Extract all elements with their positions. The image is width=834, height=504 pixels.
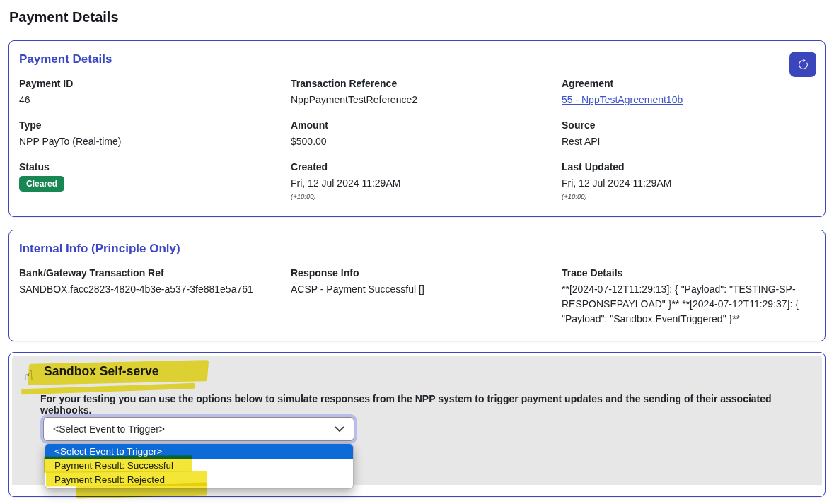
source-label: Source [562,119,815,131]
sandbox-card-title: Sandbox Self-serve [44,364,158,379]
internal-card-title: Internal Info (Principle Only) [19,242,815,256]
dropdown-option-select-event[interactable]: <Select Event to Trigger> [45,444,353,459]
field-transaction-reference: Transaction Reference NppPaymentTestRefe… [291,78,562,107]
field-type: Type NPP PayTo (Real-time) [19,119,291,148]
field-status: Status Cleared [19,161,291,200]
agreement-label: Agreement [562,78,815,89]
payment-id-value: 46 [19,93,291,107]
trace-details-label: Trace Details [562,267,815,279]
response-info-label: Response Info [291,267,562,279]
field-response-info: Response Info ACSP - Payment Successful … [291,267,562,327]
field-agreement: Agreement 55 - NppTestAgreement10b [562,78,815,107]
event-trigger-dropdown: <Select Event to Trigger> Payment Result… [45,443,354,489]
field-last-updated: Last Updated Fri, 12 Jul 2024 11:29AM (+… [562,161,815,200]
event-select-value: <Select Event to Trigger> [53,423,165,435]
last-updated-value: Fri, 12 Jul 2024 11:29AM [562,176,815,190]
field-bank-ref: Bank/Gateway Transaction Ref SANDBOX.fac… [19,267,291,327]
field-created: Created Fri, 12 Jul 2024 11:29AM (+10:00… [291,161,562,200]
page-title: Payment Details [9,9,826,25]
source-value: Rest API [562,134,815,148]
event-trigger-select[interactable]: <Select Event to Trigger> [43,417,354,441]
refresh-icon [797,59,809,71]
dropdown-option-payment-successful[interactable]: Payment Result: Successful [45,459,353,473]
bank-ref-value: SANDBOX.facc2823-4820-4b3e-a537-3fe881e5… [19,282,291,296]
payment-card-title: Payment Details [19,52,815,66]
status-badge: Cleared [19,176,64,192]
created-value: Fri, 12 Jul 2024 11:29AM [291,176,562,190]
type-value: NPP PayTo (Real-time) [19,134,291,148]
dropdown-option-payment-rejected[interactable]: Payment Result: Rejected [45,473,353,487]
hand-pointer-icon: ☝ [25,368,33,383]
created-label: Created [291,161,562,172]
last-updated-timezone: (+10:00) [562,192,815,200]
last-updated-label: Last Updated [562,161,815,172]
response-info-value: ACSP - Payment Successful [] [291,282,562,296]
chevron-down-icon [335,426,344,433]
payment-id-label: Payment ID [19,78,291,89]
transaction-reference-value: NppPaymentTestReference2 [291,93,562,107]
amount-label: Amount [291,119,562,131]
field-payment-id: Payment ID 46 [19,78,291,107]
refresh-button[interactable] [789,52,816,77]
created-timezone: (+10:00) [291,192,562,200]
internal-info-card: Internal Info (Principle Only) Bank/Gate… [8,230,826,341]
field-amount: Amount $500.00 [291,119,562,148]
field-trace-details: Trace Details **[2024-07-12T11:29:13]: {… [562,267,815,327]
amount-value: $500.00 [291,134,562,148]
type-label: Type [19,119,291,131]
sandbox-description: For your testing you can use the options… [40,393,822,416]
agreement-link[interactable]: 55 - NppTestAgreement10b [562,94,683,105]
transaction-reference-label: Transaction Reference [291,78,562,89]
bank-ref-label: Bank/Gateway Transaction Ref [19,267,291,279]
status-label: Status [19,161,291,172]
sandbox-self-serve-card: ☝ Sandbox Self-serve For your testing yo… [8,352,826,497]
trace-details-value: **[2024-07-12T11:29:13]: { "Payload": "T… [562,282,815,327]
payment-details-card: Payment Details Payment ID 46 Transactio… [8,40,826,217]
field-source: Source Rest API [562,119,815,148]
